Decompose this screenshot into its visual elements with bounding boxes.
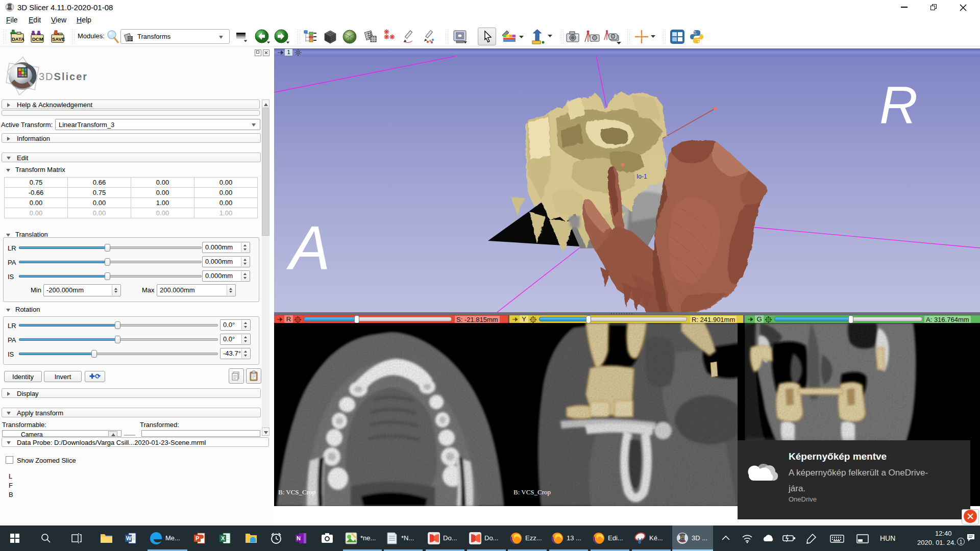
svg-text:P: P [195, 535, 199, 541]
svg-text:R: R [879, 76, 918, 135]
svg-text:SAVE: SAVE [52, 36, 65, 42]
svg-text:X: X [221, 535, 225, 541]
svg-text:A: A [286, 213, 330, 282]
svg-text:DCM: DCM [32, 36, 43, 42]
svg-text:Io-1: Io-1 [636, 173, 647, 180]
svg-text:DATA: DATA [12, 36, 24, 42]
svg-text:N: N [297, 535, 301, 541]
svg-text:B: VCS_Crop: B: VCS_Crop [513, 488, 551, 496]
svg-text:B: VCS_Crop: B: VCS_Crop [278, 488, 315, 496]
svg-text:W: W [126, 535, 132, 541]
